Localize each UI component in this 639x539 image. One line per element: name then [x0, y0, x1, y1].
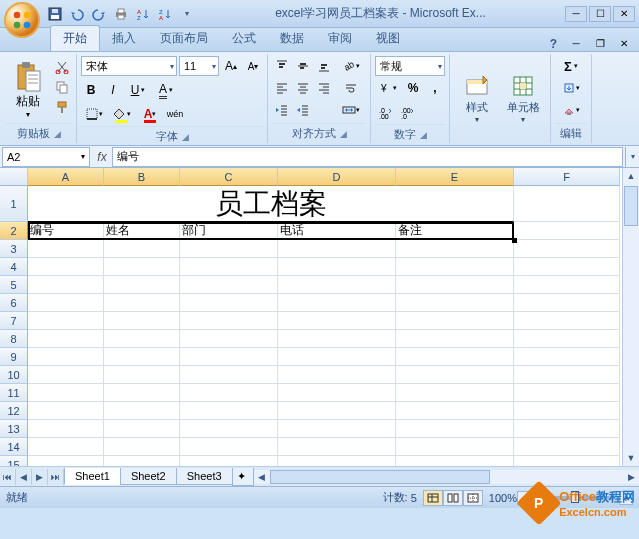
col-header[interactable]: E	[396, 168, 514, 186]
undo-icon[interactable]	[68, 5, 86, 23]
decrease-font-icon[interactable]: A▾	[243, 56, 263, 76]
workbook-minimize[interactable]: ─	[565, 35, 587, 51]
cell[interactable]	[396, 240, 514, 258]
name-box[interactable]: A2▾	[2, 147, 90, 167]
sheet-tab-3[interactable]: Sheet3	[176, 468, 233, 485]
cell[interactable]	[396, 384, 514, 402]
align-top-icon[interactable]	[272, 56, 292, 76]
cell[interactable]	[180, 312, 278, 330]
cell[interactable]	[28, 330, 104, 348]
row-header[interactable]: 7	[0, 312, 28, 330]
cell[interactable]	[396, 276, 514, 294]
row-header[interactable]: 10	[0, 366, 28, 384]
header-cell[interactable]: 部门	[180, 222, 278, 240]
increase-font-icon[interactable]: A▴	[221, 56, 241, 76]
cell[interactable]	[180, 438, 278, 456]
comma-icon[interactable]: ,	[425, 78, 445, 98]
cell[interactable]	[104, 402, 180, 420]
cell[interactable]	[278, 276, 396, 294]
cell[interactable]	[396, 438, 514, 456]
horizontal-scrollbar[interactable]: ◀▶	[253, 470, 639, 484]
bold-icon[interactable]: B	[81, 80, 101, 100]
cell[interactable]	[514, 402, 620, 420]
cell[interactable]	[180, 276, 278, 294]
cell[interactable]	[104, 420, 180, 438]
font-dialog-launcher[interactable]: ◢	[182, 132, 189, 142]
row-header[interactable]: 6	[0, 294, 28, 312]
font-name-combo[interactable]: 宋体▾	[81, 56, 177, 76]
row-header[interactable]: 4	[0, 258, 28, 276]
row-header[interactable]: 9	[0, 348, 28, 366]
cell[interactable]	[104, 348, 180, 366]
worksheet-grid[interactable]: ABCDEF1员工档案2编号姓名部门电话备注345678910111213141…	[0, 168, 639, 466]
row-header[interactable]: 2	[0, 222, 28, 240]
phonetic-icon[interactable]: wén	[165, 104, 185, 124]
cell[interactable]	[278, 294, 396, 312]
percent-icon[interactable]: %	[403, 78, 423, 98]
row-header[interactable]: 1	[0, 186, 28, 222]
sheet-tab-new[interactable]: ✦	[232, 468, 254, 486]
cell[interactable]	[180, 348, 278, 366]
cell[interactable]	[278, 330, 396, 348]
cell[interactable]	[514, 366, 620, 384]
fill-color-icon[interactable]: ▾	[109, 104, 135, 124]
sort-desc-icon[interactable]: ZA	[156, 5, 174, 23]
cell[interactable]	[514, 348, 620, 366]
cell[interactable]	[28, 420, 104, 438]
cell[interactable]	[278, 384, 396, 402]
col-header[interactable]: A	[28, 168, 104, 186]
copy-icon[interactable]	[52, 78, 72, 96]
cell[interactable]	[104, 456, 180, 466]
cell[interactable]	[180, 420, 278, 438]
cell-styles-button[interactable]: 样式▾	[454, 56, 500, 141]
sheet-tab-1[interactable]: Sheet1	[64, 468, 121, 485]
header-cell[interactable]: 备注	[396, 222, 514, 240]
cell[interactable]	[28, 456, 104, 466]
cell[interactable]	[28, 402, 104, 420]
cell[interactable]	[396, 330, 514, 348]
clear-icon[interactable]: ▾	[555, 100, 587, 120]
align-left-icon[interactable]	[272, 78, 292, 98]
formula-input[interactable]: 编号	[112, 147, 623, 167]
cell[interactable]	[28, 312, 104, 330]
cell[interactable]	[104, 240, 180, 258]
cell[interactable]	[104, 384, 180, 402]
cell[interactable]	[180, 294, 278, 312]
cells-button[interactable]: 单元格▾	[500, 56, 546, 141]
cell[interactable]	[514, 330, 620, 348]
increase-indent-icon[interactable]	[293, 100, 313, 120]
cell[interactable]	[278, 420, 396, 438]
formula-bar-expand[interactable]: ▾	[625, 147, 639, 167]
header-cell[interactable]: 姓名	[104, 222, 180, 240]
cell[interactable]	[278, 348, 396, 366]
view-normal-icon[interactable]	[423, 490, 443, 506]
merge-center-icon[interactable]: ▾	[336, 100, 366, 120]
cell[interactable]	[180, 402, 278, 420]
redo-icon[interactable]	[90, 5, 108, 23]
cell[interactable]	[396, 456, 514, 466]
zoom-in-button[interactable]: +	[619, 491, 633, 505]
tab-insert[interactable]: 插入	[100, 26, 148, 51]
cell[interactable]	[28, 366, 104, 384]
align-right-icon[interactable]	[314, 78, 334, 98]
cell[interactable]	[180, 330, 278, 348]
cell[interactable]	[278, 312, 396, 330]
sheet-nav-first[interactable]: ⏮	[0, 469, 16, 485]
cell[interactable]	[514, 420, 620, 438]
row-header[interactable]: 11	[0, 384, 28, 402]
decrease-indent-icon[interactable]	[272, 100, 292, 120]
tab-formulas[interactable]: 公式	[220, 26, 268, 51]
tab-data[interactable]: 数据	[268, 26, 316, 51]
cell[interactable]	[28, 348, 104, 366]
header-cell[interactable]: 编号	[28, 222, 104, 240]
orientation-icon[interactable]: ab▾	[336, 56, 366, 76]
cell[interactable]	[514, 240, 620, 258]
zoom-out-button[interactable]: −	[517, 491, 531, 505]
cell[interactable]	[396, 312, 514, 330]
cell[interactable]	[396, 348, 514, 366]
double-underline-icon[interactable]: A▾	[153, 80, 179, 100]
cell[interactable]	[514, 276, 620, 294]
border-icon[interactable]: ▾	[81, 104, 107, 124]
sort-asc-icon[interactable]: AZ	[134, 5, 152, 23]
cell[interactable]	[514, 258, 620, 276]
